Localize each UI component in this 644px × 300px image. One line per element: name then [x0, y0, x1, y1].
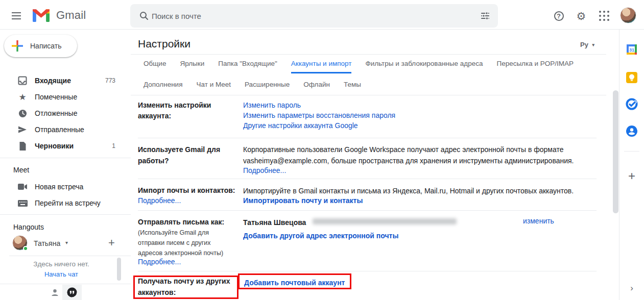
sender-name: Татьяна Швецова — [243, 217, 306, 228]
clock-icon — [17, 109, 28, 118]
sidebar-item-inbox[interactable]: Входящие 773 — [0, 72, 127, 89]
row-label-gmail-for-work: Используете Gmail для работы? — [138, 144, 237, 166]
search-input[interactable] — [152, 12, 481, 20]
product-name: Gmail — [56, 9, 86, 22]
tab-offline[interactable]: Офлайн — [303, 81, 330, 94]
sidebar-item-join-meeting[interactable]: Перейти на встречу — [0, 196, 127, 210]
hangouts-tab-button[interactable] — [62, 285, 82, 300]
tasks-panel-button[interactable] — [622, 94, 642, 114]
compose-button[interactable]: Написать — [4, 35, 77, 57]
row-label-send-mail-as: Отправлять письма как: — [138, 217, 240, 228]
tab-themes[interactable]: Темы — [344, 81, 361, 94]
settings-button[interactable]: ⚙ — [571, 6, 591, 26]
redacted-email — [313, 218, 457, 224]
chevron-down-icon: ▾ — [65, 240, 68, 245]
chevron-right-icon: › — [630, 283, 633, 293]
inbox-count: 773 — [105, 77, 115, 84]
row-divider — [138, 138, 597, 138]
learn-more-link[interactable]: Подробнее... — [243, 166, 286, 174]
svg-text:31: 31 — [629, 47, 634, 53]
send-icon — [17, 125, 28, 134]
import-mail-contacts-link[interactable]: Импортировать почту и контакты — [243, 196, 363, 205]
title-divider — [131, 54, 606, 55]
tab-inbox[interactable]: Папка "Входящие" — [218, 60, 277, 73]
tab-general[interactable]: Общие — [144, 60, 166, 73]
collapse-panel-button[interactable]: › — [622, 278, 642, 298]
chevron-down-icon: ▾ — [592, 42, 595, 47]
keyboard-icon — [17, 200, 28, 207]
change-recovery-options-link[interactable]: Изменить параметры восстановления пароля — [243, 111, 395, 119]
tasks-icon — [626, 98, 638, 110]
account-avatar[interactable] — [620, 7, 636, 23]
tab-labels[interactable]: Ярлыки — [180, 60, 204, 73]
input-tools-selector[interactable]: Ру ▾ — [580, 41, 594, 48]
row-label-check-mail-other-accounts: Получать почту из других аккаунтов: — [138, 276, 240, 298]
calendar-panel-button[interactable]: 31 — [622, 39, 642, 60]
import-description: Импортируйте в Gmail контакты и письма и… — [243, 185, 574, 196]
tab-accounts-and-import[interactable]: Аккаунты и импорт — [291, 60, 352, 73]
help-icon: ? — [554, 11, 564, 21]
sidebar-item-sent[interactable]: Отправленные — [0, 121, 127, 138]
video-camera-icon — [17, 183, 28, 190]
chat-scrollbar[interactable] — [117, 258, 121, 281]
tab-filters-blocked[interactable]: Фильтры и заблокированные адреса — [365, 60, 483, 73]
learn-more-link[interactable]: Подробнее... — [138, 196, 181, 205]
main-scrollbar[interactable] — [613, 90, 618, 213]
start-chat-link[interactable]: Начать чат — [0, 270, 123, 278]
chat-divider — [9, 256, 131, 256]
new-conversation-button[interactable]: + — [108, 236, 115, 249]
row-label-import: Импорт почты и контактов: — [138, 185, 240, 196]
settings-tabs-row1: Общие Ярлыки Папка "Входящие" Аккаунты и… — [144, 60, 574, 73]
calendar-icon: 31 — [626, 43, 638, 56]
row-label-change-account-settings: Изменить настройки аккаунта: — [138, 100, 237, 121]
support-button[interactable]: ? — [548, 6, 569, 26]
learn-more-link[interactable]: Подробнее... — [138, 258, 181, 266]
edit-sender-link[interactable]: изменить — [523, 217, 554, 225]
contacts-icon — [626, 125, 638, 137]
search-icon[interactable] — [139, 11, 149, 20]
sidebar-item-snoozed[interactable]: Отложенные — [0, 105, 127, 121]
right-rail-divider — [619, 29, 619, 300]
online-status-dot — [23, 246, 28, 251]
contacts-panel-button[interactable] — [622, 121, 642, 141]
tab-addons[interactable]: Дополнения — [144, 81, 182, 94]
header-divider — [0, 29, 644, 30]
search-options-icon[interactable] — [481, 11, 490, 20]
keep-icon — [626, 71, 638, 84]
gear-icon: ⚙ — [577, 11, 586, 21]
tab-chat-meet[interactable]: Чат и Meet — [196, 81, 230, 94]
add-mail-account-link[interactable]: Добавить почтовый аккаунт — [244, 279, 345, 287]
other-google-account-settings-link[interactable]: Другие настройки аккаунта Google — [243, 121, 358, 130]
sidebar-footer-divider — [0, 284, 131, 284]
gmail-logo-icon — [33, 9, 50, 24]
add-panel-button[interactable]: + — [622, 166, 642, 186]
tab-forwarding-pop-imap[interactable]: Пересылка и POP/IMAP — [496, 60, 574, 73]
apps-grid-icon — [599, 11, 609, 21]
google-apps-button[interactable] — [594, 6, 614, 26]
star-icon: ★ — [17, 92, 28, 103]
add-another-email-link[interactable]: Добавить другой адрес электронной почты — [243, 232, 398, 240]
draft-icon — [17, 142, 28, 151]
person-icon — [51, 288, 59, 297]
meet-section-title: Meet — [13, 166, 29, 174]
hangouts-user-row[interactable]: Татьяна ▾ — [12, 235, 120, 252]
sidebar-item-drafts[interactable]: Черновики 1 — [0, 138, 127, 154]
gmail-app: Gmail ? ⚙ Написать — [0, 0, 644, 300]
compose-label: Написать — [30, 42, 61, 50]
keep-panel-button[interactable] — [622, 67, 642, 88]
chat-empty-text: Здесь ничего нет. — [0, 260, 123, 268]
rail-divider — [624, 151, 639, 152]
row-divider — [138, 179, 597, 179]
row-divider — [138, 210, 597, 211]
hangouts-user-name: Татьяна — [34, 239, 60, 247]
settings-tabs-row2: Дополнения Чат и Meet Расширенные Офлайн… — [144, 81, 361, 94]
workspace-description: Корпоративные пользователи Google Worksp… — [243, 144, 590, 166]
main-menu-button[interactable] — [9, 9, 23, 23]
tab-advanced[interactable]: Расширенные — [245, 81, 290, 94]
sidebar-item-new-meeting[interactable]: Новая встреча — [0, 180, 127, 194]
contacts-tab-button[interactable] — [47, 286, 62, 299]
sidebar-divider — [0, 214, 131, 215]
search-bar[interactable] — [130, 4, 498, 28]
change-password-link[interactable]: Изменить пароль — [243, 101, 301, 109]
sidebar-item-starred[interactable]: ★ Помеченные — [0, 89, 127, 105]
